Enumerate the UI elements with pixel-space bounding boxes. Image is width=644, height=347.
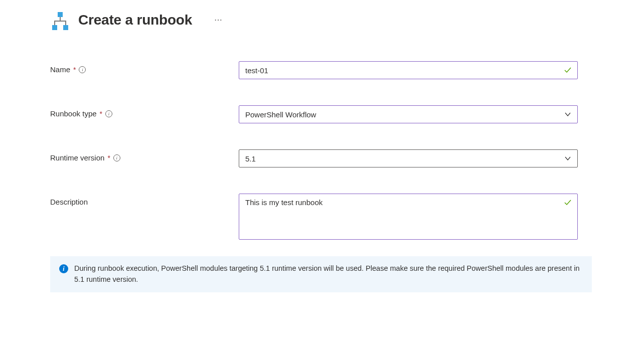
runtime-version-label-text: Runtime version bbox=[50, 153, 104, 162]
form-row-runbook-type: Runbook type * i PowerShell Workflow bbox=[50, 105, 594, 123]
runbook-type-value: PowerShell Workflow bbox=[245, 110, 316, 119]
page-header: Create a runbook ⋯ bbox=[50, 9, 594, 31]
name-input[interactable] bbox=[239, 61, 578, 79]
name-label: Name * i bbox=[50, 61, 239, 74]
runtime-version-select[interactable]: 5.1 bbox=[239, 149, 578, 167]
form-row-runtime-version: Runtime version * i 5.1 bbox=[50, 149, 594, 167]
runbook-type-label: Runbook type * i bbox=[50, 105, 239, 118]
runbook-type-select[interactable]: PowerShell Workflow bbox=[239, 105, 578, 123]
info-circle-icon: i bbox=[59, 264, 68, 273]
info-message-box: i During runbook execution, PowerShell m… bbox=[50, 256, 592, 292]
runtime-version-value: 5.1 bbox=[245, 154, 256, 163]
form-row-name: Name * i bbox=[50, 61, 594, 79]
chevron-down-icon bbox=[564, 111, 571, 118]
runtime-version-label: Runtime version * i bbox=[50, 149, 239, 162]
description-textarea[interactable] bbox=[239, 194, 578, 240]
chevron-down-icon bbox=[564, 155, 571, 162]
description-label: Description bbox=[50, 194, 239, 206]
form-row-description: Description bbox=[50, 194, 594, 241]
svg-rect-1 bbox=[52, 25, 57, 30]
info-icon[interactable]: i bbox=[79, 66, 86, 73]
runbook-hierarchy-icon bbox=[50, 11, 70, 31]
description-label-text: Description bbox=[50, 198, 88, 206]
required-indicator: * bbox=[73, 66, 76, 74]
required-indicator: * bbox=[100, 110, 102, 118]
more-actions-button[interactable]: ⋯ bbox=[210, 14, 226, 26]
name-label-text: Name bbox=[50, 65, 70, 74]
svg-rect-0 bbox=[58, 12, 63, 17]
page-title: Create a runbook bbox=[78, 12, 192, 28]
svg-rect-2 bbox=[63, 25, 68, 30]
info-message-text: During runbook execution, PowerShell mod… bbox=[74, 263, 583, 285]
info-icon[interactable]: i bbox=[105, 110, 112, 117]
info-icon[interactable]: i bbox=[113, 154, 120, 161]
required-indicator: * bbox=[107, 154, 110, 162]
runbook-type-label-text: Runbook type bbox=[50, 109, 97, 118]
